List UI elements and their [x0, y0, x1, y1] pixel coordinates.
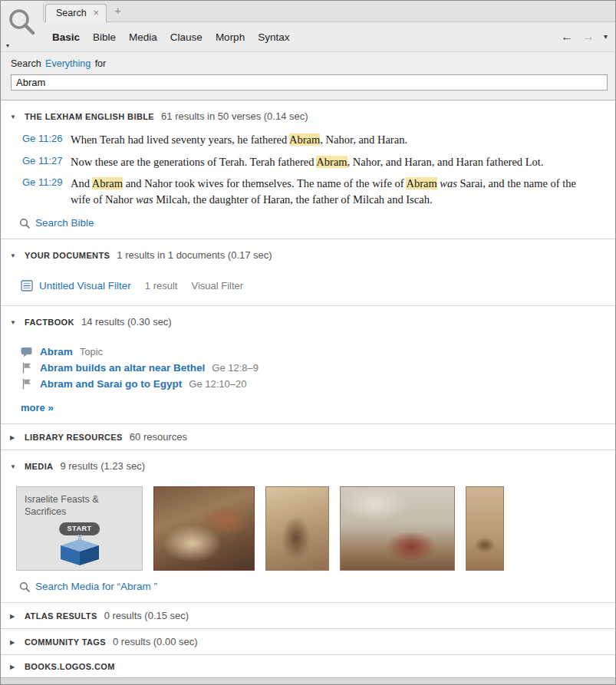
factbook-item-meta: Ge 12:8–9	[212, 362, 259, 374]
search-icon	[19, 218, 30, 229]
section-atlas: ▶ ATLAS RESULTS 0 results (0.15 sec)	[1, 603, 615, 629]
section-title: COMMUNITY TAGS	[25, 637, 106, 647]
factbook-item-link[interactable]: Abram and Sarai go to Egypt	[40, 378, 182, 390]
factbook-item[interactable]: Abram Topic	[21, 344, 615, 360]
section-count: 61 results in 50 verses (0.14 sec)	[161, 110, 308, 122]
factbook-item-link[interactable]: Abram	[40, 346, 73, 357]
section-library-header[interactable]: ▶ LIBRARY RESOURCES 60 resources	[1, 424, 615, 450]
tab-bar: Search × +	[44, 1, 615, 22]
new-tab-button[interactable]: +	[107, 4, 129, 21]
section-title: MEDIA	[25, 462, 53, 471]
verse-text: Now these are the generations of Terah. …	[71, 154, 548, 170]
search-scope-link[interactable]: Everything	[45, 58, 91, 69]
tab-bible[interactable]: Bible	[91, 28, 117, 46]
media-thumbnail-painting-2[interactable]	[265, 486, 329, 571]
verse-result: Ge 11:29 And Abram and Nahor took wives …	[22, 176, 603, 207]
section-atlas-header[interactable]: ▶ ATLAS RESULTS 0 results (0.15 sec)	[1, 603, 615, 628]
section-media: ▼ MEDIA 9 results (1.23 sec) Israelite F…	[1, 450, 615, 603]
section-title: THE LEXHAM ENGLISH BIBLE	[25, 112, 154, 121]
section-leb-header[interactable]: ▼ THE LEXHAM ENGLISH BIBLE 61 results in…	[1, 100, 615, 129]
section-title: BOOKS.LOGOS.COM	[25, 662, 115, 671]
media-interactive-israelite-feasts[interactable]: Israelite Feasts & Sacrifices START	[16, 486, 143, 571]
tab-search[interactable]: Search ×	[45, 4, 107, 22]
media-card-title: Israelite Feasts & Sacrifices	[25, 494, 104, 518]
media-results-row: Israelite Feasts & Sacrifices START	[16, 486, 615, 571]
section-media-header[interactable]: ▼ MEDIA 9 results (1.23 sec)	[1, 450, 615, 479]
document-result-count: 1 result	[145, 280, 178, 291]
section-community-tags-header[interactable]: ▶ COMMUNITY TAGS 0 results (0.00 sec)	[1, 629, 615, 654]
section-title: LIBRARY RESOURCES	[25, 433, 123, 442]
search-scope-line: Search Everything for	[11, 58, 608, 69]
document-type: Visual Filter	[191, 280, 243, 291]
event-flag-icon	[21, 378, 33, 390]
forward-arrow-icon[interactable]: →	[582, 31, 595, 43]
verse-text: When Terah had lived seventy years, he f…	[71, 132, 412, 148]
document-result[interactable]: Untitled Visual Filter 1 result Visual F…	[21, 280, 615, 291]
search-bible-link[interactable]: Search Bible	[19, 217, 615, 229]
media-thumbnail-painting-4[interactable]	[466, 486, 504, 571]
tab-media[interactable]: Media	[127, 28, 159, 46]
collapse-triangle-icon: ▶	[10, 664, 18, 670]
tab-basic[interactable]: Basic	[51, 28, 81, 46]
search-input[interactable]	[11, 74, 608, 91]
search-icon	[19, 581, 30, 592]
search-media-link[interactable]: Search Media for “Abram ”	[19, 581, 615, 592]
collapse-triangle-icon: ▶	[10, 613, 18, 620]
collapse-triangle-icon: ▶	[10, 639, 18, 646]
visual-filter-icon	[21, 280, 33, 291]
collapse-triangle-icon: ▼	[10, 252, 18, 259]
media-thumbnail-painting-1[interactable]	[153, 486, 255, 571]
document-title-link[interactable]: Untitled Visual Filter	[39, 280, 131, 291]
section-books-logos: ▶ BOOKS.LOGOS.COM	[1, 655, 615, 677]
factbook-item-link[interactable]: Abram builds an altar near Bethel	[40, 362, 205, 374]
bottom-scrollbar-track[interactable]	[1, 677, 615, 684]
search-results: ▼ THE LEXHAM ENGLISH BIBLE 61 results in…	[1, 100, 615, 677]
tab-syntax[interactable]: Syntax	[256, 28, 291, 46]
tab-morph[interactable]: Morph	[214, 28, 246, 46]
section-title: ATLAS RESULTS	[25, 611, 97, 621]
section-title: FACTBOOK	[25, 318, 74, 327]
section-leb: ▼ THE LEXHAM ENGLISH BIBLE 61 results in…	[1, 100, 615, 239]
factbook-more-link[interactable]: more »	[21, 402, 615, 413]
back-arrow-icon[interactable]: ←	[561, 31, 573, 43]
section-count: 60 resources	[130, 431, 187, 443]
search-scope-prefix: Search	[11, 58, 41, 69]
factbook-list: Abram Topic Abram builds an altar near B…	[21, 344, 615, 392]
media-thumbnail-painting-3[interactable]	[340, 486, 455, 571]
tab-title: Search	[56, 8, 87, 18]
search-media-label: Search Media for “Abram ”	[35, 581, 157, 592]
logos-search-panel: ▾ Search × + Basic Bible Media Clause Mo…	[0, 0, 616, 685]
verse-result: Ge 11:27 Now these are the generations o…	[22, 154, 603, 170]
collapse-triangle-icon: ▼	[10, 319, 18, 326]
section-documents: ▼ YOUR DOCUMENTS 1 results in 1 document…	[1, 239, 615, 306]
verse-ref-link[interactable]: Ge 11:29	[22, 176, 64, 207]
collapse-triangle-icon: ▼	[10, 114, 18, 120]
search-kind-toolbar: Basic Bible Media Clause Morph Syntax ← …	[44, 22, 615, 51]
factbook-item-meta: Ge 12:10–20	[189, 378, 246, 390]
history-menu-caret-icon[interactable]: ▾	[604, 31, 608, 43]
section-count: 9 results (1.23 sec)	[60, 460, 145, 472]
verse-ref-link[interactable]: Ge 11:26	[22, 132, 64, 148]
section-books-logos-header[interactable]: ▶ BOOKS.LOGOS.COM	[1, 655, 615, 677]
event-flag-icon	[21, 362, 33, 374]
section-factbook-header[interactable]: ▼ FACTBOOK 14 results (0.30 sec)	[1, 306, 615, 334]
panel-chrome: ▾ Search × + Basic Bible Media Clause Mo…	[1, 1, 615, 51]
section-factbook: ▼ FACTBOOK 14 results (0.30 sec) Abram T…	[1, 306, 615, 424]
altar-illustration	[53, 533, 107, 567]
collapse-triangle-icon: ▶	[10, 434, 18, 441]
section-documents-header[interactable]: ▼ YOUR DOCUMENTS 1 results in 1 document…	[1, 239, 615, 268]
panel-icon-area[interactable]: ▾	[1, 1, 44, 51]
factbook-item[interactable]: Abram and Sarai go to Egypt Ge 12:10–20	[21, 376, 615, 392]
section-count: 1 results in 1 documents (0.17 sec)	[117, 249, 272, 261]
tab-clause[interactable]: Clause	[169, 28, 204, 46]
panel-menu-caret-icon[interactable]: ▾	[6, 43, 9, 49]
search-panel-icon	[7, 7, 38, 38]
topic-bubble-icon	[21, 347, 33, 357]
search-kind-tabs: Basic Bible Media Clause Morph Syntax	[51, 28, 291, 46]
section-library: ▶ LIBRARY RESOURCES 60 resources	[1, 424, 615, 450]
verse-ref-link[interactable]: Ge 11:27	[22, 154, 64, 170]
factbook-item[interactable]: Abram builds an altar near Bethel Ge 12:…	[21, 360, 615, 376]
section-count: 0 results (0.00 sec)	[113, 636, 198, 647]
tab-close-icon[interactable]: ×	[94, 9, 100, 17]
section-community-tags: ▶ COMMUNITY TAGS 0 results (0.00 sec)	[1, 629, 615, 655]
